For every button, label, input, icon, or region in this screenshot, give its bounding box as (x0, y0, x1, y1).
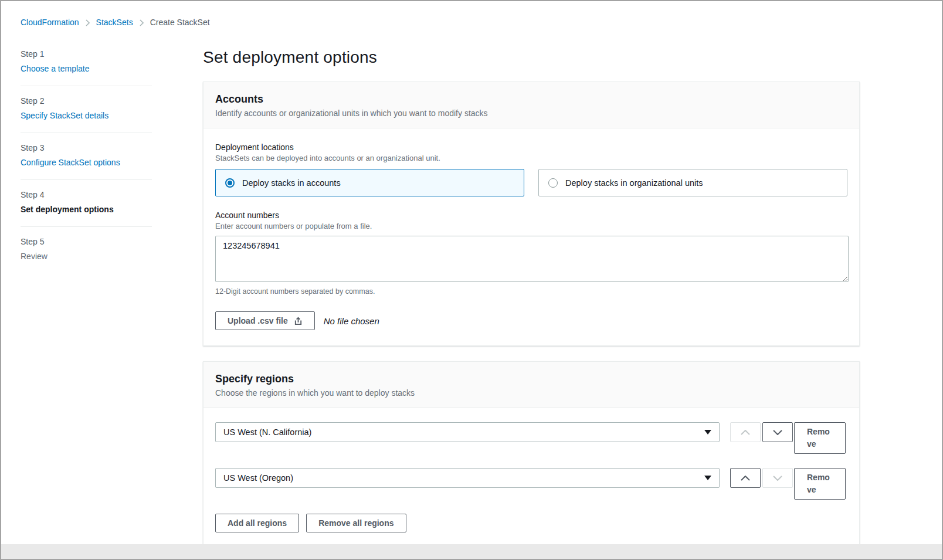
breadcrumb-cloudformation-link[interactable]: CloudFormation (21, 18, 79, 27)
breadcrumb-separator-icon (140, 19, 144, 26)
region-select-1[interactable]: US West (N. California) (215, 422, 720, 442)
deployment-locations-options: Deploy stacks in accounts Deploy stacks … (215, 169, 847, 196)
accounts-card-title: Accounts (215, 93, 847, 106)
upload-csv-button-label: Upload .csv file (228, 315, 288, 326)
region-select-1-value: US West (N. California) (223, 427, 311, 437)
chevron-up-icon (741, 430, 750, 435)
step-2-number: Step 2 (21, 96, 152, 106)
add-all-regions-button[interactable]: Add all regions (215, 514, 299, 532)
caret-down-icon (704, 476, 711, 480)
radio-tile-deploy-organizational-units[interactable]: Deploy stacks in organizational units (538, 169, 847, 196)
step-5-review: Review (21, 252, 152, 261)
upload-csv-row: Upload .csv file No file chosen (215, 311, 847, 330)
move-up-button-disabled (730, 422, 761, 442)
account-numbers-description: Enter account numbers or populate from a… (215, 222, 847, 230)
accounts-card-header: Accounts Identify accounts or organizati… (203, 82, 859, 128)
radio-tile-deploy-accounts-label: Deploy stacks in accounts (242, 178, 341, 188)
region-row-1: US West (N. California) (215, 422, 847, 454)
step-5-block: Step 5 Review (21, 227, 152, 273)
step-3-number: Step 3 (21, 143, 152, 152)
regions-card-description: Choose the regions in which you want to … (215, 388, 847, 398)
deployment-locations-label: Deployment locations (215, 142, 847, 152)
account-numbers-hint: 12-Digit account numbers separated by co… (215, 287, 847, 296)
account-numbers-field: Account numbers Enter account numbers or… (215, 211, 847, 296)
step-3-block: Step 3 Configure StackSet options (21, 133, 152, 180)
accounts-card: Accounts Identify accounts or organizati… (203, 82, 860, 346)
page-title: Set deployment options (203, 48, 860, 67)
move-up-button[interactable] (730, 468, 761, 488)
breadcrumb-current: Create StackSet (150, 18, 210, 27)
step-2-block: Step 2 Specify StackSet details (21, 86, 152, 133)
specify-regions-card: Specify regions Choose the regions in wh… (203, 361, 860, 544)
step-1-link-choose-template[interactable]: Choose a template (21, 64, 152, 73)
step-4-number: Step 4 (21, 190, 152, 199)
radio-checked-icon (225, 178, 235, 188)
chevron-down-icon (773, 430, 782, 435)
step-3-link-stackset-options[interactable]: Configure StackSet options (21, 158, 152, 167)
step-4-block: Step 4 Set deployment options (21, 180, 152, 227)
region-select-2-value: US West (Oregon) (223, 473, 293, 483)
chevron-up-icon (741, 476, 750, 481)
region-row-2: US West (Oregon) (215, 468, 847, 500)
remove-region-1-button[interactable]: Remove (794, 422, 846, 454)
radio-tile-deploy-ou-label: Deploy stacks in organizational units (565, 178, 703, 188)
breadcrumb-separator-icon (86, 19, 90, 26)
move-down-button-disabled (762, 468, 793, 488)
upload-icon (294, 317, 303, 325)
accounts-card-description: Identify accounts or organizational unit… (215, 108, 847, 118)
account-numbers-input[interactable]: 123245678941 (215, 236, 849, 282)
radio-tile-deploy-accounts[interactable]: Deploy stacks in accounts (215, 169, 524, 196)
file-chosen-status: No file chosen (324, 316, 379, 326)
breadcrumb: CloudFormation StackSets Create StackSet (1, 1, 942, 27)
regions-card-body: US West (N. California) (203, 408, 859, 544)
cloudformation-page: CloudFormation StackSets Create StackSet… (1, 1, 942, 544)
step-1-number: Step 1 (21, 49, 152, 59)
radio-unchecked-icon (548, 178, 558, 188)
step-1-block: Step 1 Choose a template (21, 48, 152, 86)
screenshot-frame: CloudFormation StackSets Create StackSet… (0, 0, 943, 560)
upload-csv-button[interactable]: Upload .csv file (215, 311, 315, 330)
regions-card-header: Specify regions Choose the regions in wh… (203, 362, 859, 408)
accounts-card-body: Deployment locations StackSets can be de… (203, 128, 859, 345)
step-4-current-deployment-options: Set deployment options (21, 205, 152, 214)
caret-down-icon (704, 430, 711, 435)
breadcrumb-stacksets-link[interactable]: StackSets (96, 18, 133, 27)
step-2-link-stackset-details[interactable]: Specify StackSet details (21, 111, 152, 120)
chevron-down-icon (773, 476, 782, 481)
region-2-reorder-controls (730, 468, 793, 488)
step-5-number: Step 5 (21, 237, 152, 246)
remove-region-2-button[interactable]: Remove (794, 468, 846, 500)
move-down-button[interactable] (762, 422, 793, 442)
wizard-steps-nav: Step 1 Choose a template Step 2 Specify … (21, 48, 152, 544)
main-content: Set deployment options Accounts Identify… (203, 48, 860, 544)
deployment-locations-description: StackSets can be deployed into accounts … (215, 154, 847, 162)
remove-all-regions-button[interactable]: Remove all regions (306, 514, 406, 532)
region-select-2[interactable]: US West (Oregon) (215, 468, 720, 488)
region-1-reorder-controls (730, 422, 793, 442)
region-bulk-actions: Add all regions Remove all regions (215, 514, 847, 532)
regions-card-title: Specify regions (215, 373, 847, 385)
account-numbers-label: Account numbers (215, 211, 847, 220)
